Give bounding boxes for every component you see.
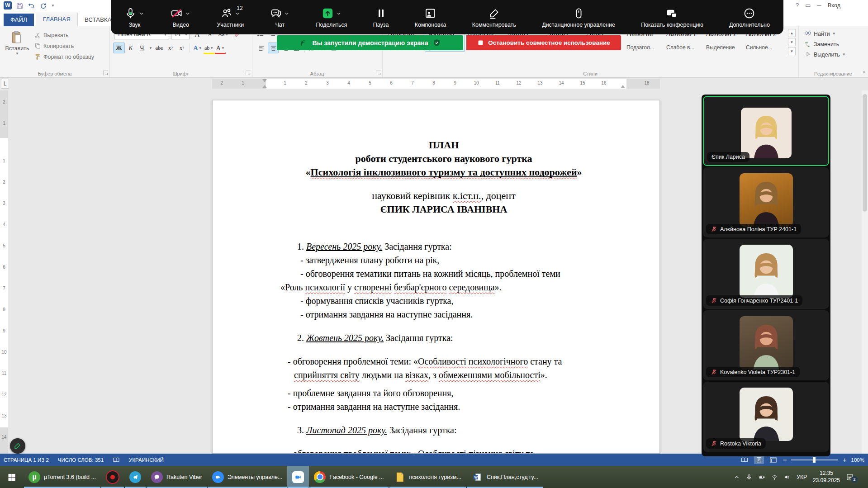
align-left-icon[interactable] xyxy=(256,43,266,53)
zoom-level[interactable]: 100% xyxy=(851,457,864,463)
zoom-toolbar-layout[interactable]: Компоновка xyxy=(415,7,446,28)
tray-battery-icon[interactable] xyxy=(758,474,765,480)
word-count[interactable]: ЧИСЛО СЛОВ: 351 xyxy=(58,457,104,463)
paragraph xyxy=(280,179,607,189)
chevron-down-icon[interactable] xyxy=(336,10,342,17)
zoom-toolbar-share[interactable]: Поделиться xyxy=(316,7,347,28)
start-button[interactable] xyxy=(0,466,24,488)
participant-tile[interactable]: Єпик Лариса xyxy=(703,96,829,166)
qat-customize-icon[interactable]: ▼ xyxy=(51,4,55,8)
underline-dropdown-icon[interactable]: ▼ xyxy=(148,43,153,53)
zoom-toolbar-show-meeting[interactable]: Показать конференцию xyxy=(641,7,703,28)
zoom-in-button[interactable]: + xyxy=(843,456,846,464)
styles-gallery-more-icon[interactable]: ▼ xyxy=(788,47,796,55)
tray-speaker-icon[interactable] xyxy=(784,474,791,480)
cut-button[interactable]: Вырезать xyxy=(34,32,94,38)
tray-wifi-icon[interactable] xyxy=(771,474,778,480)
zoom-out-button[interactable]: − xyxy=(783,456,787,464)
zoom-toolbar-more[interactable]: Дополнительно xyxy=(729,7,770,28)
ribbon-options-icon[interactable]: ▭ xyxy=(805,2,811,9)
proofing-icon[interactable] xyxy=(113,457,120,463)
notification-center-button[interactable]: 2 xyxy=(846,473,857,481)
web-layout-icon[interactable] xyxy=(768,456,778,464)
tray-clock[interactable]: 12:35 23.09.2025 xyxy=(813,470,840,484)
ribbon-collapse-icon[interactable]: ˄ xyxy=(863,70,865,75)
chevron-down-icon[interactable] xyxy=(284,10,290,17)
participant-tile[interactable]: Rostoka Viktoria xyxy=(703,382,829,452)
taskbar-item-chrome[interactable]: Facebook - Google ... xyxy=(309,466,389,488)
paste-button[interactable]: Вставить ▼ xyxy=(4,30,31,56)
first-line-indent-marker[interactable] xyxy=(262,79,267,82)
text-effects-button[interactable]: А▼ xyxy=(192,43,203,53)
strikethrough-button[interactable]: abc xyxy=(154,43,165,53)
right-indent-marker[interactable] xyxy=(621,85,625,88)
font-color-button[interactable]: А▼ xyxy=(215,43,226,53)
subscript-button[interactable]: х2 xyxy=(165,43,176,53)
taskbar-item-record[interactable] xyxy=(101,466,124,488)
vertical-ruler[interactable]: 211234567891011121314 xyxy=(0,90,8,454)
document-scrollbar[interactable] xyxy=(862,90,868,454)
tab-file[interactable]: ФАЙЛ xyxy=(4,14,34,26)
copy-button[interactable]: Копировать xyxy=(34,43,94,49)
annotation-pencil-button[interactable] xyxy=(10,438,25,454)
taskbar-item-doc[interactable]: психологія туризм... xyxy=(389,466,466,488)
taskbar-item-utorrent[interactable]: µµTorrent 3.6 (build ... xyxy=(24,466,101,488)
tab-home[interactable]: ГЛАВНАЯ xyxy=(36,13,78,26)
language-indicator[interactable]: УКРАИНСКИЙ xyxy=(129,457,164,463)
styles-scroll-down-icon[interactable]: ▼ xyxy=(788,38,796,46)
zoom-toolbar-chat[interactable]: Чат xyxy=(270,7,290,28)
participant-tile[interactable]: Алєйнова Поліна ТУР 2401-1 xyxy=(703,167,829,237)
help-icon[interactable]: ? xyxy=(796,2,799,9)
clipboard-dialog-launcher[interactable] xyxy=(103,71,108,76)
zoom-toolbar-mic[interactable]: Звук xyxy=(124,7,145,28)
chevron-down-icon[interactable] xyxy=(234,10,241,17)
zoom-toolbar-camera-off[interactable]: Видео xyxy=(171,7,191,28)
superscript-button[interactable]: х2 xyxy=(176,43,187,53)
select-button[interactable]: Выделить▼ xyxy=(805,51,846,58)
taskbar-item-viber[interactable]: Rakuten Viber xyxy=(146,466,207,488)
find-button[interactable]: Найти▼ xyxy=(805,30,846,37)
minimize-icon[interactable]: ─ xyxy=(817,2,821,9)
bold-button[interactable]: Ж xyxy=(113,43,125,53)
zoom-toolbar-pause[interactable]: Пауза xyxy=(373,7,389,28)
paragraph xyxy=(280,413,607,423)
stop-share-button[interactable]: Остановить совместное использование xyxy=(466,35,621,50)
zoom-toolbar-participants[interactable]: Участники12 xyxy=(217,7,244,28)
chevron-down-icon[interactable] xyxy=(185,10,191,17)
tray-chevron-icon[interactable] xyxy=(734,474,740,480)
underline-button[interactable]: Ч xyxy=(137,43,147,53)
paragraph-dialog-launcher[interactable] xyxy=(376,71,381,76)
highlight-button[interactable]: ab▼ xyxy=(204,43,214,53)
font-dialog-launcher[interactable] xyxy=(246,71,251,76)
page-indicator[interactable]: СТРАНИЦА 1 ИЗ 2 xyxy=(4,457,49,463)
tray-language[interactable]: УКР xyxy=(797,474,807,480)
horizontal-ruler[interactable]: 211234567891011121314151618 xyxy=(212,79,660,89)
chevron-down-icon[interactable] xyxy=(138,10,145,17)
document-page[interactable]: ПЛАНроботи студентського наукового гуртк… xyxy=(212,100,660,454)
tab-stop-selector[interactable]: L xyxy=(1,79,9,89)
save-icon[interactable] xyxy=(16,2,24,9)
format-painter-button[interactable]: Формат по образцу xyxy=(34,53,94,60)
participant-tile[interactable]: Kovalenko Violeta ТУР2301-1 xyxy=(703,310,829,380)
zoom-toolbar-remote[interactable]: Дистанционное управление xyxy=(542,7,615,28)
taskbar-item-zoom-share[interactable] xyxy=(287,466,309,488)
ruler-number: 1 xyxy=(242,81,244,85)
muted-mic-icon xyxy=(711,297,717,304)
zoom-slider[interactable] xyxy=(791,460,838,460)
redo-icon[interactable] xyxy=(39,2,47,9)
read-mode-icon[interactable] xyxy=(740,456,749,464)
participant-tile[interactable]: Софія Гончаренко ТУР2401-1 xyxy=(703,239,829,309)
hanging-indent-marker[interactable] xyxy=(262,85,267,88)
italic-button[interactable]: К xyxy=(125,43,136,53)
styles-scroll-up-icon[interactable]: ▲ xyxy=(788,29,796,37)
undo-icon[interactable] xyxy=(28,2,35,9)
zoom-toolbar-annotate[interactable]: Комментировать xyxy=(472,7,516,28)
taskbar-item-telegram[interactable] xyxy=(124,466,146,488)
signin-button[interactable]: Вход xyxy=(828,2,840,9)
tray-mic-icon[interactable] xyxy=(746,474,752,480)
taskbar-item-word[interactable]: WЄпик,План,студ гу... xyxy=(466,466,543,488)
zoom-toolbar: ЗвукВидеоУчастники12ЧатПоделитьсяПаузаКо… xyxy=(111,0,783,34)
print-layout-icon[interactable] xyxy=(754,456,764,464)
taskbar-item-zoom[interactable]: Элементы управле... xyxy=(207,466,287,488)
replace-button[interactable]: abacЗаменить xyxy=(805,41,846,47)
